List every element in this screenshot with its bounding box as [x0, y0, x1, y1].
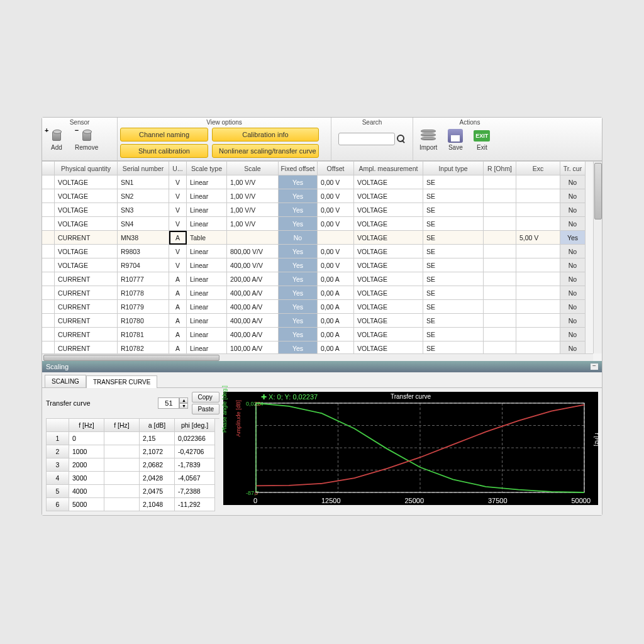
grid-cell[interactable]: Yes: [560, 231, 586, 245]
grid-cell[interactable]: V: [169, 245, 187, 258]
grid-cell[interactable]: 0,00 V: [318, 175, 354, 189]
tc-cell[interactable]: 2,1048: [140, 498, 175, 511]
grid-cell[interactable]: [484, 300, 516, 314]
grid-cell[interactable]: Linear: [187, 189, 227, 203]
tc-row-number[interactable]: 1: [47, 432, 69, 445]
tc-cell[interactable]: -7,2388: [175, 485, 215, 498]
grid-cell[interactable]: No: [560, 328, 586, 341]
grid-cell[interactable]: Linear: [187, 175, 227, 189]
grid-cell[interactable]: [516, 245, 560, 258]
grid-cell[interactable]: Linear: [187, 272, 227, 286]
paste-button[interactable]: Paste: [192, 404, 219, 414]
grid-cell[interactable]: [484, 245, 516, 258]
exit-button[interactable]: EXIT Exit: [470, 128, 494, 152]
grid-cell[interactable]: VOLTAGE: [354, 272, 423, 286]
tc-column-header[interactable]: f [Hz]: [104, 419, 140, 432]
grid-cell[interactable]: A: [169, 300, 187, 314]
grid-cell[interactable]: Yes: [279, 245, 318, 258]
grid-cell[interactable]: 0,00 V: [318, 203, 354, 217]
grid-cell[interactable]: Yes: [279, 217, 318, 231]
grid-cell[interactable]: 400,00 V/V: [227, 258, 279, 272]
grid-cell[interactable]: V: [169, 189, 187, 203]
grid-cell[interactable]: V: [169, 203, 187, 217]
grid-cell[interactable]: Linear: [187, 217, 227, 231]
column-header[interactable]: U...: [169, 162, 187, 175]
grid-cell[interactable]: 0,00 V: [318, 189, 354, 203]
grid-cell[interactable]: [484, 203, 516, 217]
grid-cell[interactable]: SE: [423, 258, 484, 272]
grid-cell[interactable]: [516, 175, 560, 189]
sensor-grid[interactable]: Physical quantitySerial numberU...Scale …: [42, 162, 602, 355]
tc-cell[interactable]: 2000: [69, 458, 104, 472]
grid-cell[interactable]: 200,00 A/V: [227, 272, 279, 286]
panel-minimize-button[interactable]: −: [591, 364, 598, 370]
grid-cell[interactable]: A: [169, 286, 187, 300]
grid-cell[interactable]: SE: [423, 189, 484, 203]
grid-cell[interactable]: VOLTAGE: [55, 175, 118, 189]
grid-cell[interactable]: Yes: [279, 203, 318, 217]
grid-cell[interactable]: Linear: [187, 314, 227, 328]
tc-cell[interactable]: 3000: [69, 472, 104, 485]
grid-cell[interactable]: VOLTAGE: [354, 328, 423, 341]
tc-cell[interactable]: 2,1072: [140, 445, 175, 458]
tab-transfer-curve[interactable]: TRANSFER CURVE: [86, 375, 158, 388]
grid-cell[interactable]: [484, 328, 516, 341]
transfer-curve-chart[interactable]: Transfer curve ✚ X: 0; Y: 0,02237 Phase …: [223, 392, 598, 505]
grid-cell[interactable]: CURRENT: [55, 286, 118, 300]
grid-cell[interactable]: R10781: [118, 328, 169, 341]
grid-cell[interactable]: V: [169, 175, 187, 189]
tc-row-number[interactable]: 5: [47, 485, 69, 498]
tc-column-header[interactable]: f [Hz]: [69, 419, 104, 432]
grid-cell[interactable]: [227, 231, 279, 245]
grid-cell[interactable]: No: [560, 175, 586, 189]
grid-cell[interactable]: 0,00 V: [318, 258, 354, 272]
vscroll-thumb[interactable]: [594, 163, 602, 219]
point-count-spinner[interactable]: ▲▼: [158, 397, 188, 409]
horizontal-scrollbar[interactable]: [42, 353, 593, 361]
grid-cell[interactable]: 0,00 V: [318, 245, 354, 258]
tc-cell[interactable]: 2,15: [140, 432, 175, 445]
grid-cell[interactable]: Linear: [187, 328, 227, 341]
grid-cell[interactable]: Linear: [187, 258, 227, 272]
grid-cell[interactable]: VOLTAGE: [55, 258, 118, 272]
grid-cell[interactable]: VOLTAGE: [55, 245, 118, 258]
tc-row-number[interactable]: 2: [47, 445, 69, 458]
grid-cell[interactable]: A: [169, 328, 187, 341]
grid-cell[interactable]: Yes: [279, 258, 318, 272]
tc-row-number[interactable]: 3: [47, 458, 69, 472]
tc-column-header[interactable]: [47, 419, 69, 432]
grid-cell[interactable]: 400,00 A/V: [227, 300, 279, 314]
grid-cell[interactable]: Yes: [279, 314, 318, 328]
grid-cell[interactable]: No: [560, 272, 586, 286]
tc-cell[interactable]: -11,292: [175, 498, 215, 511]
column-header[interactable]: Fixed offset: [279, 162, 318, 175]
grid-cell[interactable]: [516, 258, 560, 272]
grid-cell[interactable]: CURRENT: [55, 300, 118, 314]
grid-cell[interactable]: VOLTAGE: [55, 189, 118, 203]
grid-cell[interactable]: A: [169, 314, 187, 328]
grid-cell[interactable]: 5,00 V: [516, 231, 560, 245]
grid-cell[interactable]: 0,00 A: [318, 328, 354, 341]
channel-naming-button[interactable]: Channel naming: [120, 128, 208, 142]
spinner-up[interactable]: ▲: [179, 397, 188, 403]
grid-cell[interactable]: [484, 314, 516, 328]
tc-cell[interactable]: 2,0682: [140, 458, 175, 472]
grid-cell[interactable]: [42, 258, 55, 272]
grid-cell[interactable]: 1,00 V/V: [227, 217, 279, 231]
spinner-input[interactable]: [158, 397, 179, 409]
tc-cell[interactable]: [104, 485, 140, 498]
tc-row-number[interactable]: 4: [47, 472, 69, 485]
grid-cell[interactable]: [484, 258, 516, 272]
grid-cell[interactable]: 800,00 V/V: [227, 245, 279, 258]
save-button[interactable]: Save: [443, 128, 467, 152]
tc-cell[interactable]: -0,42706: [175, 445, 215, 458]
grid-cell[interactable]: A: [169, 272, 187, 286]
column-header[interactable]: Ampl. measurement: [354, 162, 423, 175]
grid-cell[interactable]: No: [560, 203, 586, 217]
grid-cell[interactable]: [484, 231, 516, 245]
grid-cell[interactable]: Linear: [187, 245, 227, 258]
grid-cell[interactable]: 400,00 A/V: [227, 286, 279, 300]
grid-cell[interactable]: Linear: [187, 286, 227, 300]
grid-cell[interactable]: VOLTAGE: [354, 231, 423, 245]
grid-cell[interactable]: VOLTAGE: [354, 245, 423, 258]
